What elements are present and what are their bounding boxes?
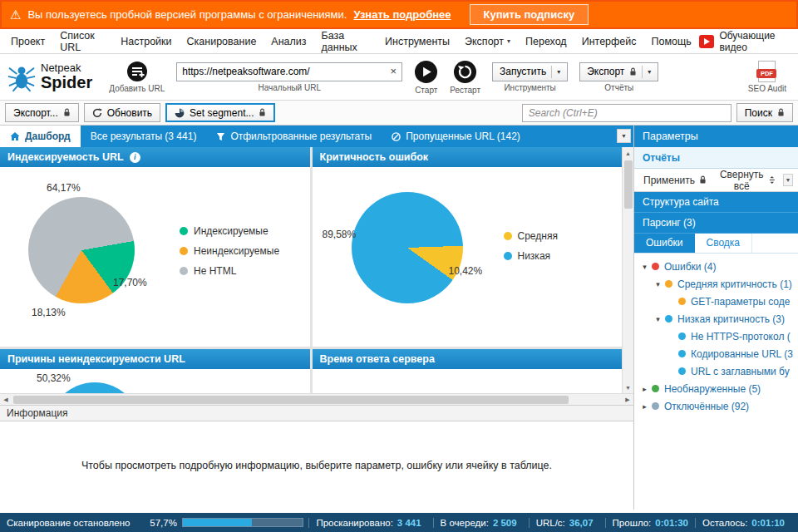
- menu-item-export[interactable]: Экспорт ▾: [457, 29, 518, 53]
- search-input[interactable]: [522, 104, 732, 122]
- scrollbar-thumb[interactable]: [13, 396, 569, 404]
- severity-dot-icon: [678, 367, 686, 375]
- learn-more-link[interactable]: Узнать подробнее: [353, 8, 451, 21]
- pdf-icon[interactable]: PDF: [758, 61, 776, 82]
- youtube-icon: [699, 35, 715, 48]
- tree-item-non-https[interactable]: Не HTTPS-протокол (: [634, 328, 798, 345]
- criticality-pie-chart[interactable]: [352, 192, 463, 303]
- expander-icon[interactable]: ▸: [639, 402, 650, 411]
- tab-overflow-button[interactable]: ▼: [617, 129, 631, 143]
- report-section-site-structure[interactable]: Структура сайта: [634, 192, 798, 213]
- buy-subscription-button[interactable]: Купить подписку: [470, 4, 589, 25]
- menu-item-url-list[interactable]: Список URL: [52, 29, 113, 53]
- chevron-down-icon: ▾: [507, 37, 510, 45]
- tab-all-results[interactable]: Все результаты (3 441): [81, 126, 207, 147]
- menu-item-navigation[interactable]: Переход: [518, 29, 574, 53]
- expander-icon[interactable]: ▸: [639, 385, 650, 393]
- menu-item-interface[interactable]: Интерфейс: [574, 29, 644, 53]
- panel-server-response-time: Время ответа сервера: [313, 349, 623, 393]
- expander-icon[interactable]: ▾: [653, 315, 663, 323]
- chevron-down-icon: ▾: [648, 68, 651, 76]
- lock-icon: [777, 108, 785, 117]
- results-tab-strip: Дашборд Все результаты (3 441) Отфильтро…: [0, 126, 633, 147]
- panel-non-indexability-reasons: Причины неиндексируемости URL 50,32%: [0, 349, 310, 393]
- menu-item-database[interactable]: База данных: [314, 29, 378, 53]
- scroll-down-icon[interactable]: ▼: [623, 382, 634, 393]
- menu-item-project[interactable]: Проект: [3, 29, 52, 53]
- menu-item-help[interactable]: Помощь: [644, 29, 699, 53]
- info-icon[interactable]: i: [130, 152, 140, 163]
- tree-item-uppercase-urls[interactable]: URL с заглавными бу: [634, 362, 798, 380]
- pie-label: 18,13%: [32, 307, 66, 318]
- sidebar-actions: Применить Свернуть всё ▼: [634, 169, 798, 192]
- run-tools-dropdown[interactable]: Запустить ▾: [492, 62, 568, 81]
- tab-skipped-urls[interactable]: Пропущенные URL (142): [382, 126, 530, 147]
- refresh-button[interactable]: Обновить: [84, 103, 160, 122]
- menu-item-analysis[interactable]: Анализ: [264, 29, 313, 53]
- tab-errors[interactable]: Ошибки: [634, 234, 695, 253]
- clear-url-icon[interactable]: ×: [387, 65, 400, 78]
- menu-item-tools[interactable]: Инструменты: [377, 29, 457, 53]
- set-segment-button[interactable]: Set segment...: [165, 103, 275, 122]
- tree-item-low-criticality[interactable]: ▾ Низкая критичность (3): [634, 310, 798, 328]
- export-table-button[interactable]: Экспорт...: [5, 103, 79, 122]
- add-url-icon[interactable]: [126, 61, 148, 82]
- results-pane: Дашборд Все результаты (3 441) Отфильтро…: [0, 126, 633, 510]
- segment-pie-icon: [175, 108, 185, 118]
- scroll-up-icon[interactable]: ▲: [623, 147, 634, 159]
- tree-item-get-parameters[interactable]: GET-параметры соде: [634, 293, 798, 310]
- panel-header-response-time[interactable]: Время ответа сервера: [313, 349, 623, 369]
- right-sidebar: Параметры Отчёты Применить Свернуть всё …: [633, 126, 798, 510]
- tree-item-encoded-urls[interactable]: Кодированные URL (3: [634, 345, 798, 362]
- tree-item-medium-criticality[interactable]: ▾ Средняя критичность (1): [634, 275, 798, 293]
- tree-item-undetected[interactable]: ▸ Необнаруженные (5): [634, 380, 798, 397]
- pie-label: 10,42%: [449, 265, 483, 277]
- menu-bar: Проект Список URL Настройки Сканирование…: [0, 29, 798, 54]
- lock-icon: [63, 108, 71, 117]
- lock-icon: [699, 175, 707, 185]
- panel-header-non-indexability[interactable]: Причины неиндексируемости URL: [0, 349, 310, 369]
- severity-dot-icon: [678, 350, 686, 357]
- dashboard-horizontal-scrollbar[interactable]: ◀ ▶: [0, 393, 633, 405]
- expander-icon[interactable]: ▾: [639, 263, 650, 271]
- scrollbar-thumb[interactable]: [624, 160, 633, 209]
- information-hint-text: Чтобы просмотреть подробную информацию, …: [0, 421, 633, 510]
- status-bar: Сканирование остановлено 57,7% Просканир…: [0, 513, 798, 532]
- tree-item-errors[interactable]: ▾ Ошибки (4): [634, 258, 798, 275]
- initial-url-input[interactable]: [176, 62, 402, 81]
- panel-url-indexability: Индексируемость URL i 64,17% 18,13% 17,7…: [0, 147, 310, 347]
- tab-summary[interactable]: Сводка: [695, 234, 753, 253]
- filter-icon: [216, 132, 225, 141]
- scroll-left-icon[interactable]: ◀: [0, 394, 12, 406]
- severity-dot-icon: [665, 315, 672, 323]
- collapse-all-button[interactable]: Свернуть всё: [714, 166, 780, 195]
- dashboard-vertical-scrollbar[interactable]: ▲ ▼: [622, 147, 633, 393]
- legend-dot-icon: [180, 267, 188, 275]
- seo-audit-label: SEO Audit: [748, 84, 786, 93]
- menu-item-scanning[interactable]: Сканирование: [180, 29, 264, 53]
- legend-dot-icon: [180, 247, 188, 255]
- menu-item-settings[interactable]: Настройки: [113, 29, 179, 53]
- sidebar-options-dropdown[interactable]: ▼: [783, 174, 793, 186]
- initial-url-label: Начальный URL: [259, 83, 321, 92]
- apply-button[interactable]: Применить: [639, 172, 711, 189]
- report-section-parsing[interactable]: Парсинг (3): [634, 213, 798, 234]
- tab-dashboard[interactable]: Дашборд: [0, 126, 81, 147]
- start-button[interactable]: [414, 60, 438, 84]
- pie-label: 89,58%: [323, 229, 357, 240]
- expander-icon[interactable]: ▾: [653, 280, 663, 288]
- tutorial-videos-link[interactable]: Обучающие видео: [699, 30, 795, 53]
- tab-filtered-results[interactable]: Отфильтрованные результаты: [206, 126, 382, 147]
- panel-header-criticality[interactable]: Критичность ошибок: [313, 147, 623, 167]
- severity-dot-icon: [678, 332, 686, 340]
- scroll-right-icon[interactable]: ▶: [622, 394, 633, 406]
- tree-item-disabled[interactable]: ▸ Отключённые (92): [634, 397, 798, 415]
- severity-dot-icon: [652, 402, 659, 410]
- panel-header-indexability[interactable]: Индексируемость URL i: [0, 147, 310, 167]
- export-reports-dropdown[interactable]: Экспорт ▾: [579, 62, 658, 81]
- severity-dot-icon: [665, 280, 672, 288]
- restart-label: Рестарт: [450, 86, 480, 95]
- restart-button[interactable]: [453, 60, 477, 84]
- search-button[interactable]: Поиск: [736, 103, 793, 122]
- sidebar-tab-parameters[interactable]: Параметры: [634, 126, 798, 147]
